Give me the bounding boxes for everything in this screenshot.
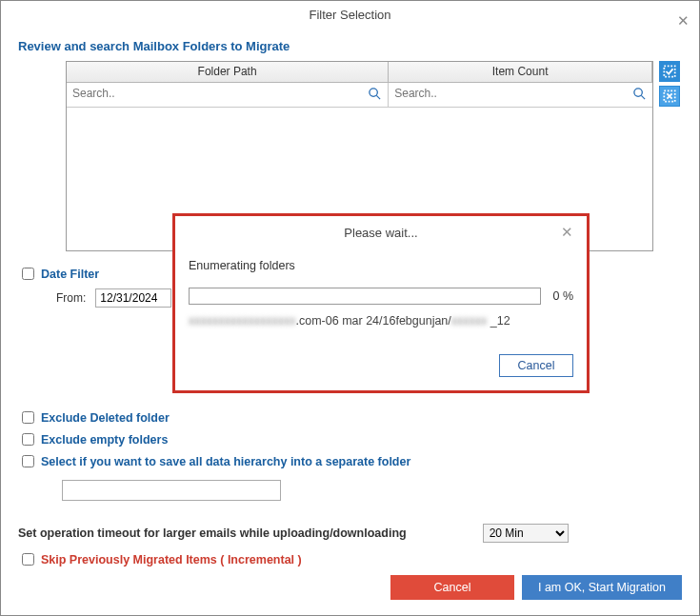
hierarchy-folder-input[interactable] — [62, 480, 281, 501]
hierarchy-checkbox[interactable] — [22, 455, 34, 467]
start-migration-button[interactable]: I am OK, Start Migration — [522, 575, 682, 600]
dialog-title: Please wait... — [344, 226, 417, 240]
col-item-count[interactable]: Item Count — [389, 62, 652, 82]
exclude-empty-label: Exclude empty folders — [41, 433, 168, 447]
deselect-all-button[interactable] — [659, 86, 680, 107]
date-filter-label: Date Filter — [41, 268, 99, 281]
exclude-deleted-label: Exclude Deleted folder — [41, 411, 170, 425]
progress-path: xxxxxxxxxxxxxxxxxx.com-06 mar 24/16febgu… — [189, 314, 573, 328]
from-date-input[interactable] — [95, 288, 171, 308]
col-folder-path[interactable]: Folder Path — [67, 62, 389, 82]
from-label: From: — [56, 291, 86, 305]
window-title: Filter Selection — [310, 8, 391, 22]
svg-rect-4 — [664, 66, 674, 76]
dialog-status: Enumerating folders — [189, 259, 573, 272]
grid-header: Folder Path Item Count — [67, 62, 652, 83]
window-titlebar: Filter Selection ✕ — [1, 1, 699, 30]
close-icon[interactable]: ✕ — [677, 7, 690, 35]
skip-migrated-label: Skip Previously Migrated Items ( Increme… — [41, 553, 302, 566]
skip-migrated-checkbox[interactable] — [22, 553, 34, 566]
date-filter-checkbox[interactable] — [22, 268, 34, 280]
search-folder-path-input[interactable] — [70, 86, 384, 101]
progress-bar — [189, 288, 541, 305]
timeout-select[interactable]: 20 Min — [483, 524, 569, 543]
timeout-label: Set operation timeout for larger emails … — [18, 527, 407, 540]
progress-percent: 0 % — [552, 289, 573, 303]
hierarchy-label: Select if you want to save all data hier… — [41, 455, 410, 468]
search-item-count-input[interactable] — [392, 86, 649, 101]
select-all-button[interactable] — [659, 61, 680, 82]
progress-dialog: Please wait... ✕ Enumerating folders 0 %… — [172, 213, 590, 393]
page-heading: Review and search Mailbox Folders to Mig… — [18, 39, 682, 53]
exclude-empty-checkbox[interactable] — [22, 433, 34, 446]
dialog-close-icon[interactable]: ✕ — [561, 224, 573, 241]
exclude-deleted-checkbox[interactable] — [22, 411, 34, 424]
cancel-button[interactable]: Cancel — [390, 575, 514, 600]
dialog-cancel-button[interactable]: Cancel — [499, 354, 573, 377]
